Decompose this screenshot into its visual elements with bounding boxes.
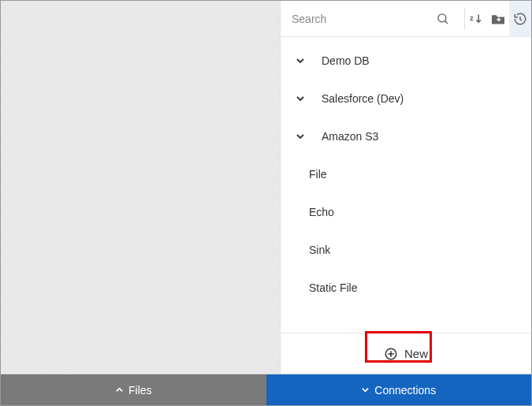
tree-item-amazon-s3[interactable]: Amazon S3 <box>281 117 531 155</box>
tree-item-label: Static File <box>309 281 357 294</box>
chevron-down-icon <box>295 55 306 66</box>
tab-connections[interactable]: Connections <box>266 374 532 405</box>
tree-item-static-file[interactable]: Static File <box>281 269 531 307</box>
new-button-label: New <box>404 347 428 360</box>
chevron-down-icon <box>295 131 306 142</box>
tree-item-label: Salesforce (Dev) <box>322 92 404 105</box>
bottom-tabs: Files Connections <box>1 374 531 405</box>
tab-label: Connections <box>374 384 436 397</box>
search-input[interactable] <box>292 13 430 25</box>
svg-line-1 <box>445 20 448 24</box>
chevron-up-icon <box>115 386 124 394</box>
tab-files[interactable]: Files <box>1 374 266 405</box>
tree-item-demo-db[interactable]: Demo DB <box>281 42 531 80</box>
search-wrap <box>281 1 464 36</box>
tree-item-salesforce[interactable]: Salesforce (Dev) <box>281 80 531 117</box>
tree-item-label: Sink <box>309 244 330 256</box>
chevron-down-icon <box>295 93 306 104</box>
new-button[interactable]: New <box>373 342 439 366</box>
tree-item-echo[interactable]: Echo <box>281 193 531 231</box>
tree-item-file[interactable]: File <box>281 155 531 193</box>
connections-panel: z <box>280 1 531 374</box>
chevron-down-icon <box>361 386 370 394</box>
plus-circle-icon <box>384 347 398 361</box>
new-row: New <box>281 333 531 374</box>
add-folder-icon[interactable] <box>487 1 509 37</box>
connections-tree: Demo DB Salesforce (Dev) Amazon S3 File <box>281 37 531 333</box>
tab-label: Files <box>128 384 152 397</box>
svg-rect-4 <box>498 17 500 21</box>
tree-item-label: File <box>309 168 327 181</box>
svg-point-0 <box>438 14 446 22</box>
tree-item-label: Echo <box>309 206 334 218</box>
svg-text:z: z <box>470 13 474 21</box>
history-icon[interactable] <box>509 1 531 37</box>
main-canvas[interactable] <box>1 1 280 374</box>
panel-toolbar: z <box>281 1 531 37</box>
search-icon[interactable] <box>430 1 456 37</box>
tree-item-label: Amazon S3 <box>322 130 378 143</box>
tree-item-sink[interactable]: Sink <box>281 231 531 269</box>
tree-item-label: Demo DB <box>322 54 370 67</box>
sort-icon[interactable]: z <box>465 1 487 37</box>
